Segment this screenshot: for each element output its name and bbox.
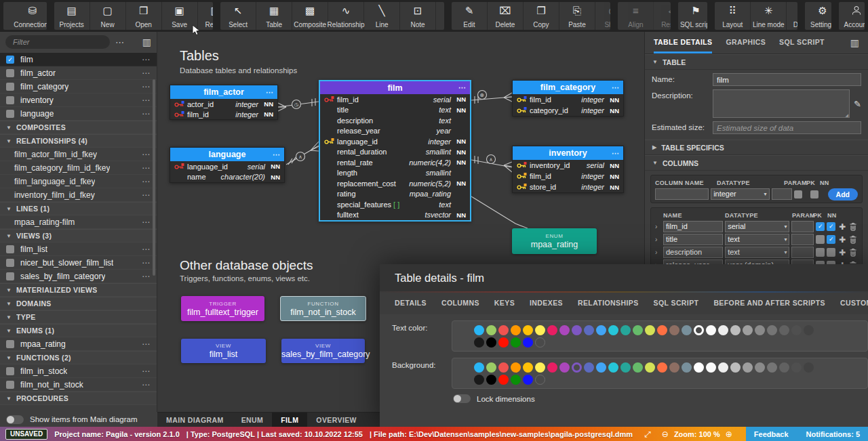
diagram-table-film_actor[interactable]: film_actor⋯actor_idintegerNNfilm_idinteg…	[170, 85, 278, 120]
sidebar-item-inventory-film-id-fkey[interactable]: inventory_film_id_fkey⋯	[0, 188, 157, 202]
feedback-link[interactable]: Feedback	[754, 430, 789, 438]
color-swatch[interactable]	[523, 337, 533, 348]
color-swatch[interactable]	[535, 362, 545, 373]
toolbar-sql-script-button[interactable]: ⚑SQL script	[678, 2, 707, 30]
item-menu-dots-icon[interactable]: ⋯	[142, 150, 151, 159]
new-column-nn-checkbox[interactable]	[810, 190, 818, 198]
sidebar-section-views[interactable]: ▼VIEWS (3)	[0, 229, 157, 243]
diagram-table-film_category[interactable]: film_category⋯film_idintegerNNcategory_i…	[512, 80, 624, 117]
modal-tab-custom-code[interactable]: CUSTOM CODE	[840, 293, 868, 314]
chevron-down-icon[interactable]: ▼	[6, 301, 12, 307]
color-swatch[interactable]	[498, 362, 509, 373]
sidebar-section-lines[interactable]: ▼LINES (1)	[0, 202, 157, 215]
color-swatch[interactable]	[755, 325, 765, 335]
toolbar-resize-button[interactable]: ⇔Resize	[654, 2, 671, 30]
toolbar-layout-button[interactable]: ⠿Layout	[715, 2, 751, 30]
pk-checkbox[interactable]: ✓	[816, 222, 825, 231]
table-column-row[interactable]: lengthsmallint	[320, 168, 470, 179]
table-column-row[interactable]: rental_durationsmallintNN	[320, 147, 470, 158]
sidebar-section-enums[interactable]: ▼ENUMS (1)	[0, 324, 157, 337]
color-swatch[interactable]	[767, 362, 777, 373]
color-swatch[interactable]	[572, 362, 582, 373]
color-swatch[interactable]	[718, 362, 728, 373]
color-swatch[interactable]	[779, 362, 789, 373]
sidebar-menu-icon[interactable]: ⋯	[115, 37, 125, 47]
color-swatch[interactable]	[474, 337, 484, 348]
color-swatch[interactable]	[474, 375, 484, 385]
modal-tab-keys[interactable]: KEYS	[494, 293, 515, 314]
visibility-checkbox[interactable]	[6, 272, 14, 280]
table-column-row[interactable]: descriptiontext	[320, 115, 470, 126]
visibility-checkbox[interactable]: ✓	[6, 56, 14, 64]
color-swatch[interactable]	[498, 375, 509, 385]
no-color-swatch[interactable]	[535, 375, 545, 385]
show-items-toggle[interactable]	[6, 415, 24, 424]
lock-dimensions-toggle[interactable]	[453, 394, 471, 403]
color-swatch[interactable]	[474, 362, 484, 373]
column-name-input[interactable]: description	[663, 247, 723, 258]
color-swatch[interactable]	[694, 325, 704, 335]
sidebar-panel-toggle-icon[interactable]: ▥	[142, 37, 151, 47]
chevron-right-icon[interactable]: ›	[655, 223, 661, 230]
table-column-row[interactable]: namecharacter(20)NN	[170, 172, 284, 183]
sidebar-item-inventory[interactable]: inventory⋯	[0, 93, 157, 107]
color-swatch[interactable]	[547, 362, 557, 373]
visibility-checkbox[interactable]	[6, 69, 14, 77]
color-swatch[interactable]	[596, 325, 606, 335]
chevron-down-icon[interactable]: ▼	[6, 233, 12, 239]
color-swatch[interactable]	[608, 362, 618, 373]
table-column-row[interactable]: titletextNN	[320, 105, 470, 116]
table-column-row[interactable]: film_idserialNN	[320, 94, 470, 105]
toolbar-delete-button[interactable]: ⌧Delete	[488, 2, 524, 30]
diagram-table-inventory[interactable]: inventory⋯inventory_idserialNNfilm_idint…	[512, 146, 624, 193]
sidebar-item-language[interactable]: language⋯	[0, 107, 157, 121]
color-swatch[interactable]	[535, 325, 545, 335]
item-menu-dots-icon[interactable]: ⋯	[142, 245, 151, 254]
color-swatch[interactable]	[584, 325, 594, 335]
visibility-checkbox[interactable]	[6, 340, 14, 348]
column-datatype-select[interactable]: text▾	[725, 247, 789, 258]
toolbar-account-button[interactable]: Account	[839, 2, 865, 30]
color-swatch[interactable]	[498, 325, 509, 335]
color-swatch[interactable]	[682, 325, 692, 335]
column-param-input[interactable]	[791, 247, 814, 258]
toolbar-composite-button[interactable]: ▩Composite	[292, 2, 328, 30]
item-menu-dots-icon[interactable]: ⋯	[142, 217, 151, 227]
sidebar-section-procedures[interactable]: ▼PROCEDURES	[0, 392, 157, 405]
table-menu-dots-icon[interactable]: ⋯	[458, 83, 467, 92]
diagram-tab-film[interactable]: FILM	[272, 413, 307, 427]
sidebar-item-film[interactable]: ✓film⋯	[0, 53, 157, 66]
diagram-table-language[interactable]: language⋯language_idserialNNnamecharacte…	[170, 147, 285, 183]
toolbar-show-button[interactable]: ◎Show	[595, 2, 611, 30]
color-swatch[interactable]	[572, 325, 582, 335]
new-column-pk-checkbox[interactable]	[794, 190, 802, 198]
toolbar-line-mode-button[interactable]: ✳Line mode	[751, 2, 787, 30]
edit-pencil-icon[interactable]: ✎	[854, 89, 861, 109]
sidebar-section-functions[interactable]: ▼FUNCTIONS (2)	[0, 351, 157, 364]
table-column-row[interactable]: actor_idintegerNN	[170, 99, 277, 109]
toolbar-connections-button[interactable]: ⛁Connections	[3, 2, 47, 30]
item-menu-dots-icon[interactable]: ⋯	[142, 55, 151, 64]
color-swatch[interactable]	[474, 325, 484, 335]
panel-tab-graphics[interactable]: GRAPHICS	[726, 32, 766, 54]
zoom-in-icon[interactable]: ⊕	[726, 429, 732, 439]
color-swatch[interactable]	[559, 325, 570, 335]
color-swatch[interactable]	[523, 325, 533, 335]
chevron-down-icon[interactable]: ▼	[6, 287, 12, 293]
visibility-checkbox[interactable]	[6, 110, 14, 118]
table-header[interactable]: language⋯	[170, 148, 284, 161]
sidebar-item-film-language-id-fkey[interactable]: film_language_id_fkey⋯	[0, 175, 157, 188]
move-row-icon[interactable]: ✚	[837, 248, 846, 257]
color-swatch[interactable]	[584, 362, 594, 373]
item-menu-dots-icon[interactable]: ⋯	[142, 163, 151, 173]
table-column-row[interactable]: store_idintegerNN	[513, 182, 623, 192]
color-swatch[interactable]	[706, 362, 716, 373]
sidebar-item-mpaa-rating[interactable]: mpaa_rating⋯	[0, 337, 157, 351]
table-header[interactable]: film_category⋯	[513, 81, 623, 94]
column-name-input[interactable]: film_id	[663, 221, 723, 232]
table-header[interactable]: film_actor⋯	[170, 85, 277, 99]
toolbar-open-button[interactable]: ❒Open	[126, 2, 162, 30]
chevron-down-icon[interactable]: ▼	[6, 138, 12, 144]
color-swatch[interactable]	[486, 375, 496, 385]
zoom-out-icon[interactable]: ⊖	[662, 429, 669, 439]
